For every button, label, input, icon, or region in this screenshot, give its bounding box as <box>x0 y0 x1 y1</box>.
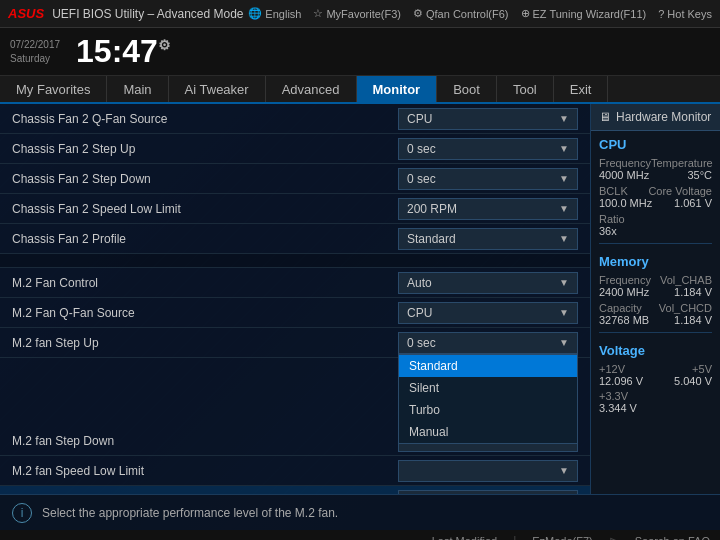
header-bar: ASUS UEFI BIOS Utility – Advanced Mode 🌐… <box>0 0 720 28</box>
memory-frequency-item: Frequency Vol_CHAB 2400 MHz 1.184 V <box>591 272 720 300</box>
dropdown-arrow: ▼ <box>559 465 569 476</box>
memory-vol-chcd-value: 1.184 V <box>674 314 712 326</box>
asus-logo: ASUS <box>8 6 44 21</box>
chassis-fan2-qfan-source-row: Chassis Fan 2 Q-Fan Source CPU ▼ <box>0 104 590 134</box>
tab-exit[interactable]: Exit <box>554 76 609 102</box>
tab-main[interactable]: Main <box>107 76 168 102</box>
cpu-frequency-item: Frequency Temperature 4000 MHz 35°C <box>591 155 720 183</box>
day-display: Saturday <box>10 52 60 66</box>
cpu-bclk-label: BCLK <box>599 185 628 197</box>
chassis-fan2-profile-row: Chassis Fan 2 Profile Standard ▼ <box>0 224 590 254</box>
plus33v-label: +3.3V <box>599 390 628 402</box>
date-block: 07/22/2017 Saturday <box>10 38 60 66</box>
time-bar: 07/22/2017 Saturday 15:47⚙ <box>0 28 720 76</box>
memory-capacity-item: Capacity Vol_CHCD 32768 MB 1.184 V <box>591 300 720 328</box>
app-title: UEFI BIOS Utility – Advanced Mode <box>52 7 248 21</box>
memory-vol-chcd-label: Vol_CHCD <box>659 302 712 314</box>
memory-section-title: Memory <box>591 248 720 272</box>
spacer <box>0 254 590 268</box>
ez-mode-link[interactable]: EzMode(F7) <box>532 534 593 541</box>
dropdown-arrow: ▼ <box>559 337 569 348</box>
main-content: Chassis Fan 2 Q-Fan Source CPU ▼ Chassis… <box>0 104 720 494</box>
chassis-fan2-step-down-label: Chassis Fan 2 Step Down <box>12 172 398 186</box>
hw-divider-2 <box>599 332 712 333</box>
info-bar: i Select the appropriate performance lev… <box>0 494 720 530</box>
my-favorites-icon[interactable]: ☆ MyFavorite(F3) <box>313 7 401 20</box>
chassis-fan2-step-up-dropdown[interactable]: 0 sec ▼ <box>398 138 578 160</box>
chassis-fan2-qfan-source-label: Chassis Fan 2 Q-Fan Source <box>12 112 398 126</box>
cpu-temperature-value: 35°C <box>687 169 712 181</box>
cpu-temperature-label: Temperature <box>651 157 713 169</box>
info-text: Select the appropriate performance level… <box>42 506 338 520</box>
plus12v-value: 12.096 V <box>599 375 643 387</box>
tab-monitor[interactable]: Monitor <box>357 76 438 102</box>
cpu-frequency-value: 4000 MHz <box>599 169 649 181</box>
date-display: 07/22/2017 <box>10 38 60 52</box>
m2-fan-qfan-source-dropdown[interactable]: CPU ▼ <box>398 302 578 324</box>
dropdown-option-silent[interactable]: Silent <box>399 377 577 399</box>
dropdown-arrow: ▼ <box>559 173 569 184</box>
footer-top: Last Modified | EzMode(F7) ⊳ Search on F… <box>0 532 720 541</box>
m2-fan-qfan-source-label: M.2 Fan Q-Fan Source <box>12 306 398 320</box>
memory-frequency-label: Frequency <box>599 274 651 286</box>
dropdown-arrow: ▼ <box>559 233 569 244</box>
tab-ai-tweaker[interactable]: Ai Tweaker <box>169 76 266 102</box>
time-display: 15:47⚙ <box>76 33 171 70</box>
monitor-icon: 🖥 <box>599 110 611 124</box>
memory-capacity-label: Capacity <box>599 302 642 314</box>
search-on-faq-link[interactable]: Search on FAQ <box>635 534 710 541</box>
last-modified-link[interactable]: Last Modified <box>432 534 497 541</box>
plus33v-value: 3.344 V <box>599 402 637 414</box>
header-info: 🌐 English ☆ MyFavorite(F3) ⚙ Qfan Contro… <box>248 7 712 20</box>
tab-my-favorites[interactable]: My Favorites <box>0 76 107 102</box>
hot-keys-icon[interactable]: ? Hot Keys <box>658 8 712 20</box>
chassis-fan2-step-up-label: Chassis Fan 2 Step Up <box>12 142 398 156</box>
chassis-fan2-profile-label: Chassis Fan 2 Profile <box>12 232 398 246</box>
hw-monitor-title: Hardware Monitor <box>616 110 711 124</box>
memory-vol-chab-label: Vol_CHAB <box>660 274 712 286</box>
plus5v-label: +5V <box>692 363 712 375</box>
m2-fan-step-up-label: M.2 fan Step Up <box>12 336 398 350</box>
info-icon: i <box>12 503 32 523</box>
dropdown-option-standard[interactable]: Standard <box>399 355 577 377</box>
cpu-frequency-label: Frequency <box>599 157 651 169</box>
cpu-core-voltage-label: Core Voltage <box>648 185 712 197</box>
cpu-section-title: CPU <box>591 131 720 155</box>
dropdown-arrow: ▼ <box>559 143 569 154</box>
m2-fan-speed-low-limit-label: M.2 fan Speed Low Limit <box>12 464 398 478</box>
m2-fan-control-row: M.2 Fan Control Auto ▼ <box>0 268 590 298</box>
footer: Last Modified | EzMode(F7) ⊳ Search on F… <box>0 530 720 540</box>
m2-fan-control-dropdown[interactable]: Auto ▼ <box>398 272 578 294</box>
chassis-fan2-step-down-dropdown[interactable]: 0 sec ▼ <box>398 168 578 190</box>
language-icon[interactable]: 🌐 English <box>248 7 301 20</box>
memory-frequency-value: 2400 MHz <box>599 286 649 298</box>
nav-bar: My Favorites Main Ai Tweaker Advanced Mo… <box>0 76 720 104</box>
settings-panel: Chassis Fan 2 Q-Fan Source CPU ▼ Chassis… <box>0 104 590 494</box>
chassis-fan2-step-up-row: Chassis Fan 2 Step Up 0 sec ▼ <box>0 134 590 164</box>
cpu-ratio-value: 36x <box>599 225 617 237</box>
tab-advanced[interactable]: Advanced <box>266 76 357 102</box>
cpu-ratio-item: Ratio 36x <box>591 211 720 239</box>
memory-vol-chab-value: 1.184 V <box>674 286 712 298</box>
tab-tool[interactable]: Tool <box>497 76 554 102</box>
m2-fan-control-label: M.2 Fan Control <box>12 276 398 290</box>
m2-fan-speed-low-limit-dropdown[interactable]: ▼ <box>398 460 578 482</box>
m2-fan-step-up-row: M.2 fan Step Up 0 sec ▼ Standard Silent … <box>0 328 590 358</box>
cpu-core-voltage-value: 1.061 V <box>674 197 712 209</box>
chassis-fan2-speed-low-limit-row: Chassis Fan 2 Speed Low Limit 200 RPM ▼ <box>0 194 590 224</box>
m2-fan-profile-row: M.2 Fan Profile Standard ▼ <box>0 486 590 494</box>
dropdown-option-turbo[interactable]: Turbo <box>399 399 577 421</box>
memory-capacity-value: 32768 MB <box>599 314 649 326</box>
ez-tuning-icon[interactable]: ⊕ EZ Tuning Wizard(F11) <box>521 7 647 20</box>
dropdown-option-manual[interactable]: Manual <box>399 421 577 443</box>
tab-boot[interactable]: Boot <box>437 76 497 102</box>
chassis-fan2-qfan-source-dropdown[interactable]: CPU ▼ <box>398 108 578 130</box>
chassis-fan2-profile-dropdown[interactable]: Standard ▼ <box>398 228 578 250</box>
qfan-icon[interactable]: ⚙ Qfan Control(F6) <box>413 7 509 20</box>
m2-fan-step-up-dropdown[interactable]: 0 sec ▼ <box>398 332 578 354</box>
chassis-fan2-speed-low-limit-label: Chassis Fan 2 Speed Low Limit <box>12 202 398 216</box>
m2-fan-speed-low-limit-row: M.2 fan Speed Low Limit ▼ <box>0 456 590 486</box>
chassis-fan2-speed-low-limit-dropdown[interactable]: 200 RPM ▼ <box>398 198 578 220</box>
voltage-section-title: Voltage <box>591 337 720 361</box>
dropdown-arrow: ▼ <box>559 203 569 214</box>
